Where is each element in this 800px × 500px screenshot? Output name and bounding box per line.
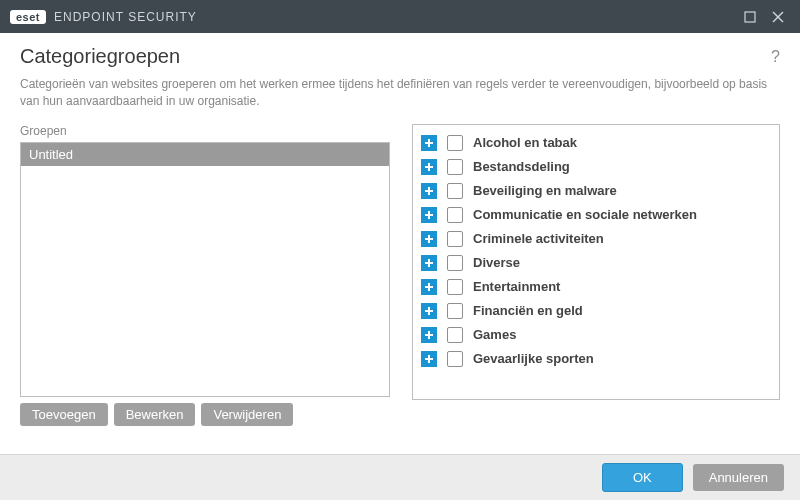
- category-checkbox[interactable]: [447, 279, 463, 295]
- titlebar: eset ENDPOINT SECURITY: [0, 0, 800, 33]
- expand-icon[interactable]: [421, 231, 437, 247]
- delete-group-button[interactable]: Verwijderen: [201, 403, 293, 426]
- window-close-button[interactable]: [764, 4, 792, 30]
- category-label: Bestandsdeling: [473, 159, 570, 174]
- help-icon[interactable]: ?: [771, 48, 780, 66]
- expand-icon[interactable]: [421, 159, 437, 175]
- page-subtitle: Categorieën van websites groeperen om he…: [20, 76, 780, 110]
- category-checkbox[interactable]: [447, 351, 463, 367]
- svg-rect-0: [745, 12, 755, 22]
- category-label: Gevaarlijke sporten: [473, 351, 594, 366]
- category-row: Criminele activiteiten: [421, 227, 775, 251]
- category-label: Beveiliging en malware: [473, 183, 617, 198]
- brand-badge: eset: [10, 10, 46, 24]
- category-row: Gevaarlijke sporten: [421, 347, 775, 371]
- window-maximize-button[interactable]: [736, 4, 764, 30]
- category-checkbox[interactable]: [447, 255, 463, 271]
- category-row: Financiën en geld: [421, 299, 775, 323]
- category-label: Diverse: [473, 255, 520, 270]
- cancel-button[interactable]: Annuleren: [693, 464, 784, 491]
- category-label: Financiën en geld: [473, 303, 583, 318]
- expand-icon[interactable]: [421, 327, 437, 343]
- categories-listbox[interactable]: Alcohol en tabakBestandsdelingBeveiligin…: [412, 124, 780, 400]
- category-checkbox[interactable]: [447, 159, 463, 175]
- groups-label: Groepen: [20, 124, 390, 138]
- category-label: Alcohol en tabak: [473, 135, 577, 150]
- category-row: Diverse: [421, 251, 775, 275]
- page-title: Categoriegroepen: [20, 45, 180, 68]
- edit-group-button[interactable]: Bewerken: [114, 403, 196, 426]
- category-row: Games: [421, 323, 775, 347]
- ok-button[interactable]: OK: [602, 463, 683, 492]
- group-item[interactable]: Untitled: [21, 143, 389, 166]
- expand-icon[interactable]: [421, 135, 437, 151]
- content-area: Categoriegroepen ? Categorieën van websi…: [0, 33, 800, 444]
- category-checkbox[interactable]: [447, 183, 463, 199]
- category-row: Alcohol en tabak: [421, 131, 775, 155]
- category-checkbox[interactable]: [447, 303, 463, 319]
- category-checkbox[interactable]: [447, 231, 463, 247]
- expand-icon[interactable]: [421, 279, 437, 295]
- category-label: Entertainment: [473, 279, 560, 294]
- expand-icon[interactable]: [421, 255, 437, 271]
- brand-text: ENDPOINT SECURITY: [54, 10, 197, 24]
- category-label: Criminele activiteiten: [473, 231, 604, 246]
- category-row: Communicatie en sociale netwerken: [421, 203, 775, 227]
- expand-icon[interactable]: [421, 351, 437, 367]
- expand-icon[interactable]: [421, 183, 437, 199]
- category-row: Beveiliging en malware: [421, 179, 775, 203]
- dialog-footer: OK Annuleren: [0, 454, 800, 500]
- category-checkbox[interactable]: [447, 207, 463, 223]
- add-group-button[interactable]: Toevoegen: [20, 403, 108, 426]
- category-label: Communicatie en sociale netwerken: [473, 207, 697, 222]
- expand-icon[interactable]: [421, 207, 437, 223]
- category-checkbox[interactable]: [447, 135, 463, 151]
- category-row: Bestandsdeling: [421, 155, 775, 179]
- category-label: Games: [473, 327, 516, 342]
- groups-listbox[interactable]: Untitled: [20, 142, 390, 397]
- category-row: Entertainment: [421, 275, 775, 299]
- expand-icon[interactable]: [421, 303, 437, 319]
- category-checkbox[interactable]: [447, 327, 463, 343]
